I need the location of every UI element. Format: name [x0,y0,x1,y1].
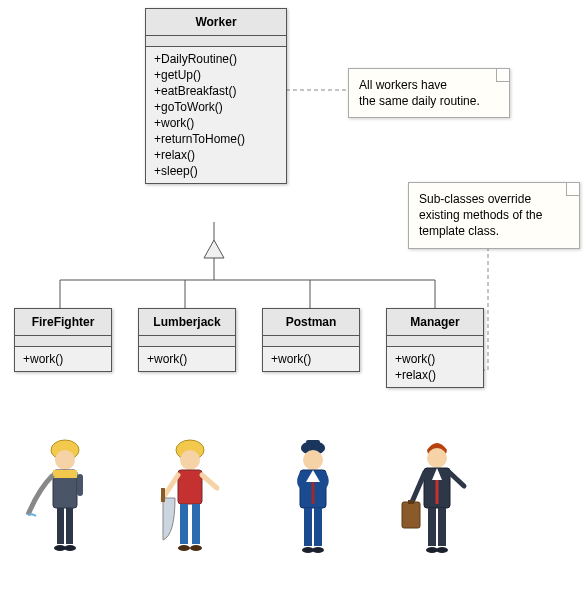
svg-rect-42 [428,508,436,546]
class-methods: +work() +relax() [387,347,483,387]
class-attributes [139,336,235,347]
svg-point-24 [190,545,202,551]
svg-point-37 [312,547,324,553]
svg-point-30 [303,450,323,470]
svg-rect-21 [180,504,188,544]
method: +getUp() [154,67,278,83]
class-name: Postman [263,309,359,336]
class-methods: +work() [139,347,235,371]
svg-rect-35 [314,508,322,546]
class-name: Lumberjack [139,309,235,336]
lumberjack-illustration [145,430,235,570]
class-methods: +work() [263,347,359,371]
class-attributes [387,336,483,347]
method: +eatBreakfast() [154,83,278,99]
class-name: Manager [387,309,483,336]
svg-rect-20 [178,470,202,504]
manager-illustration [392,430,482,570]
svg-rect-34 [304,508,312,546]
class-methods: +DailyRoutine() +getUp() +eatBreakfast()… [146,47,286,183]
lumberjack-class: Lumberjack +work() [138,308,236,372]
class-attributes [146,36,286,47]
svg-point-38 [427,448,447,468]
method: +work() [23,351,103,367]
class-attributes [263,336,359,347]
svg-line-46 [412,472,425,502]
class-name: FireFighter [15,309,111,336]
method: +sleep() [154,163,278,179]
svg-rect-49 [408,500,414,504]
svg-marker-0 [204,240,224,258]
svg-rect-43 [438,508,446,546]
postman-class: Postman +work() [262,308,360,372]
note-daily-routine: All workers have the same daily routine. [348,68,510,118]
method: +returnToHome() [154,131,278,147]
svg-point-23 [178,545,190,551]
class-methods: +work() [15,347,111,371]
diagram-canvas: Worker +DailyRoutine() +getUp() +eatBrea… [0,0,588,605]
svg-line-25 [163,475,178,498]
postman-illustration [268,430,358,570]
worker-class: Worker +DailyRoutine() +getUp() +eatBrea… [145,8,287,184]
note-override: Sub-classes override existing methods of… [408,182,580,249]
class-attributes [15,336,111,347]
method: +work() [147,351,227,367]
method: +work() [395,351,475,367]
svg-rect-48 [402,502,420,528]
svg-rect-13 [57,508,64,544]
svg-point-10 [55,450,75,470]
svg-line-47 [449,472,464,486]
method: +relax() [154,147,278,163]
method: +goToWork() [154,99,278,115]
svg-rect-27 [161,488,165,502]
firefighter-illustration [20,430,110,570]
svg-point-16 [64,545,76,551]
svg-rect-22 [192,504,200,544]
method: +DailyRoutine() [154,51,278,67]
method: +work() [154,115,278,131]
method: +relax() [395,367,475,383]
class-name: Worker [146,9,286,36]
svg-rect-14 [66,508,73,544]
firefighter-class: FireFighter +work() [14,308,112,372]
svg-point-45 [436,547,448,553]
svg-rect-17 [77,474,83,496]
svg-rect-29 [306,440,320,449]
svg-point-19 [180,450,200,470]
svg-rect-12 [53,470,77,478]
svg-line-26 [202,475,217,488]
method: +work() [271,351,351,367]
manager-class: Manager +work() +relax() [386,308,484,388]
